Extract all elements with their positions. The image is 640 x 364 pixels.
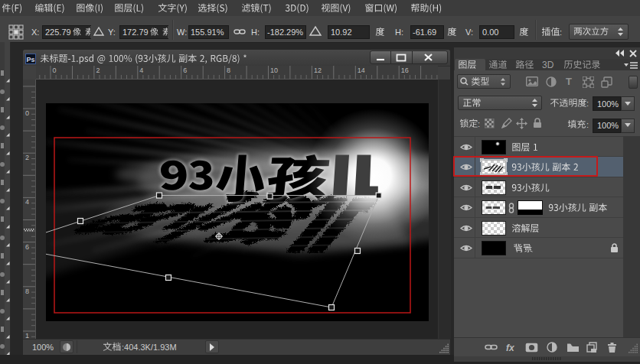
svg-text:6: 6 [25,243,29,251]
svg-text:10: 10 [270,67,278,74]
svg-text:2: 2 [25,154,29,161]
svg-text:0: 0 [53,67,57,74]
svg-text:16: 16 [401,67,409,74]
svg-text:14: 14 [358,67,365,74]
svg-text:4: 4 [139,67,143,74]
svg-text:12: 12 [314,67,322,74]
svg-text:2: 2 [96,67,100,74]
svg-text:4: 4 [25,198,29,206]
svg-text:0: 0 [25,109,29,117]
svg-text:8: 8 [227,67,230,74]
svg-text:1: 1 [25,332,29,339]
svg-text:6: 6 [183,67,187,74]
svg-text:8: 8 [25,288,29,295]
